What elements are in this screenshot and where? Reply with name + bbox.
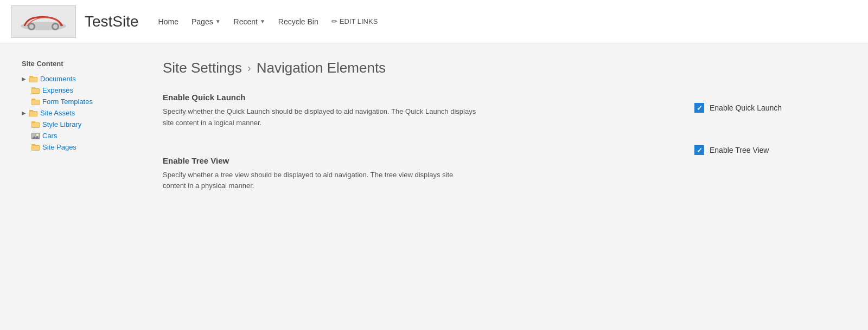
edit-links-button[interactable]: ✏ EDIT LINKS (325, 13, 385, 30)
section-desc-quick-launch: Specify whether the Quick Launch should … (163, 106, 477, 129)
option-label-tree-view: Enable Tree View (710, 146, 769, 154)
svg-point-2 (29, 24, 34, 29)
svg-rect-26 (32, 146, 39, 150)
expand-arrow-icon: ▶ (22, 76, 26, 82)
sidebar-heading: Site Content (22, 60, 130, 68)
logo-area: TestSite (11, 5, 139, 38)
sidebar-label-site-pages: Site Pages (42, 143, 76, 151)
sidebar-label-cars: Cars (42, 132, 57, 140)
sidebar-item-expenses[interactable]: Expenses (22, 85, 130, 96)
pencil-icon: ✏ (331, 17, 337, 25)
nav-recent[interactable]: Recent ▼ (227, 13, 272, 30)
svg-rect-15 (29, 110, 33, 112)
page-subtitle: Navigation Elements (257, 60, 386, 76)
section-desc-tree-view: Specify whether a tree view should be di… (163, 170, 477, 192)
sidebar-label-form-templates: Form Templates (42, 98, 93, 106)
section-title-tree-view: Enable Tree View (163, 156, 597, 165)
sidebar-item-documents[interactable]: ▶ Documents (22, 73, 130, 85)
sidebar-item-site-pages[interactable]: Site Pages (22, 141, 130, 153)
top-nav: Home Pages ▼ Recent ▼ Recycle Bin ✏ EDIT… (152, 13, 385, 30)
svg-rect-19 (32, 123, 39, 127)
svg-rect-16 (30, 112, 37, 116)
option-row-tree-view: Enable Tree View (694, 145, 846, 155)
option-row-quick-launch: Enable Quick Launch (694, 103, 846, 113)
right-panel: Enable Quick Launch Enable Tree View (694, 60, 846, 314)
sidebar: Site Content ▶ Documents (22, 60, 130, 314)
sidebar-label-documents: Documents (40, 75, 76, 83)
sidebar-label-expenses: Expenses (42, 86, 73, 94)
svg-rect-25 (31, 144, 35, 146)
section-quick-launch: Enable Quick Launch Specify whether the … (163, 93, 597, 140)
site-logo (11, 5, 76, 38)
folder-icon-documents (29, 75, 38, 83)
nav-pages[interactable]: Pages ▼ (185, 13, 227, 30)
svg-point-23 (36, 134, 39, 136)
checkbox-tree-view[interactable] (694, 145, 704, 155)
svg-rect-6 (29, 76, 33, 77)
svg-rect-10 (32, 89, 39, 93)
svg-point-4 (53, 24, 58, 29)
pages-chevron-icon: ▼ (215, 18, 221, 24)
main-content: Site Settings › Navigation Elements Enab… (163, 60, 597, 314)
image-icon-cars (31, 132, 40, 140)
sidebar-label-site-assets: Site Assets (40, 109, 75, 117)
sidebar-item-cars[interactable]: Cars (22, 130, 130, 141)
svg-rect-13 (32, 100, 39, 105)
option-label-quick-launch: Enable Quick Launch (710, 103, 782, 112)
page-heading: Site Settings › Navigation Elements (163, 60, 597, 76)
section-title-quick-launch: Enable Quick Launch (163, 93, 597, 102)
svg-rect-12 (31, 99, 35, 100)
folder-icon-site-pages (31, 144, 40, 151)
sidebar-item-style-library[interactable]: Style Library (22, 119, 130, 130)
sidebar-label-style-library: Style Library (42, 120, 81, 128)
svg-rect-18 (31, 121, 35, 123)
nav-home[interactable]: Home (152, 13, 185, 30)
folder-icon-style-library (31, 121, 40, 128)
page-body: Site Content ▶ Documents (0, 43, 868, 330)
sidebar-item-form-templates[interactable]: Form Templates (22, 96, 130, 107)
header: TestSite Home Pages ▼ Recent ▼ Recycle B… (0, 0, 868, 43)
expand-arrow-icon-assets: ▶ (22, 110, 26, 116)
page-title: Site Settings (163, 60, 242, 76)
breadcrumb-separator-icon: › (247, 62, 251, 74)
folder-icon-form-templates (31, 98, 40, 106)
svg-rect-9 (31, 87, 35, 89)
recent-chevron-icon: ▼ (260, 18, 265, 24)
sidebar-item-site-assets[interactable]: ▶ Site Assets (22, 107, 130, 119)
site-title: TestSite (85, 13, 139, 30)
folder-icon-site-assets (29, 109, 38, 117)
section-tree-view: Enable Tree View Specify whether a tree … (163, 156, 597, 203)
nav-recycle-bin[interactable]: Recycle Bin (272, 13, 325, 30)
checkbox-quick-launch[interactable] (694, 103, 704, 113)
svg-rect-7 (30, 77, 37, 82)
folder-icon-expenses (31, 87, 40, 94)
